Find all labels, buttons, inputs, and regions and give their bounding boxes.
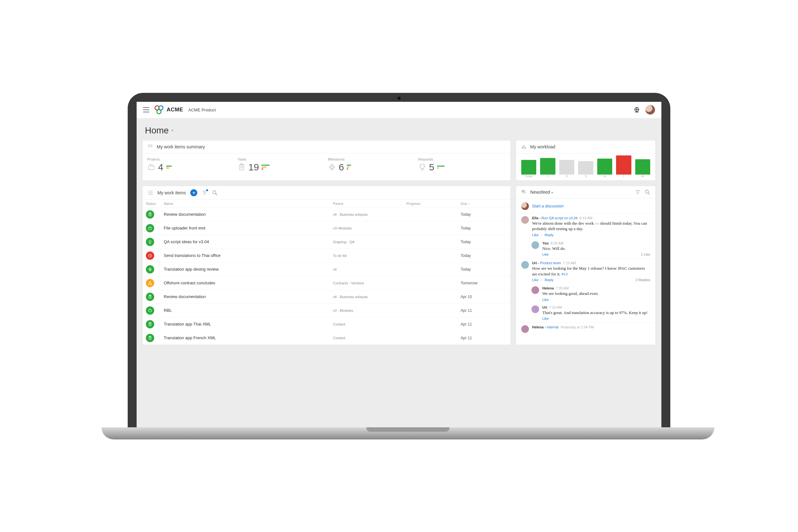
like-link[interactable]: Like: [532, 233, 538, 237]
col-name[interactable]: Name: [164, 202, 333, 206]
reply-meta: You 8:20 AM: [542, 241, 650, 245]
post-context-link[interactable]: Run QA script on v3.04: [542, 216, 577, 220]
post-avatar[interactable]: [521, 325, 529, 333]
workitem-due: Today: [461, 226, 505, 230]
reply-avatar[interactable]: [531, 241, 539, 249]
workitem-row[interactable]: Translation app French XML Content Apr 1…: [143, 331, 510, 345]
workitem-row[interactable]: File uploader front end v3»Modules Today: [143, 221, 510, 235]
workload-day-label: F: [540, 175, 555, 178]
post-avatar[interactable]: [521, 261, 529, 269]
reply-avatar[interactable]: [531, 286, 539, 294]
svg-rect-10: [522, 147, 523, 149]
summary-value: 4: [158, 162, 164, 173]
svg-rect-1: [148, 145, 149, 146]
workitem-name: Send translations to Thai office: [164, 253, 333, 258]
workitem-row[interactable]: Send translations to Thai office To do l…: [143, 249, 510, 262]
workload-bar: [616, 155, 631, 175]
logo-mark-icon: [154, 105, 164, 114]
status-icon: [146, 251, 154, 260]
reply-link[interactable]: Reply: [545, 233, 553, 237]
reply-text: Nice. Will do.: [542, 246, 650, 251]
like-link[interactable]: Like: [542, 252, 549, 256]
svg-rect-3: [151, 145, 152, 146]
status-icon: [146, 210, 154, 218]
add-workitem-button[interactable]: +: [190, 189, 197, 196]
workitems-title: My work items: [157, 190, 186, 195]
workitem-name: Translation app French XML: [164, 336, 333, 340]
notifications-icon[interactable]: [633, 106, 640, 113]
post-text: We're almost done with the dev work — sh…: [532, 221, 650, 232]
chevron-down-icon: ▾: [551, 191, 553, 194]
col-due[interactable]: Due ↓: [461, 202, 505, 206]
summary-item-milestones[interactable]: Milestones 6: [328, 157, 416, 173]
search-icon[interactable]: [212, 190, 218, 196]
status-icon: [146, 265, 154, 273]
like-link[interactable]: Like: [542, 317, 549, 320]
workitem-due: Apr 11: [461, 308, 505, 313]
like-link[interactable]: Like: [542, 298, 549, 302]
workitem-row[interactable]: RBL v3 › Modules Apr 11: [143, 304, 510, 317]
summary-bars: [347, 165, 351, 169]
post-context-link[interactable]: Product team: [540, 261, 561, 265]
user-avatar[interactable]: [645, 105, 655, 115]
app-screen: ACME ACME Product Home ▾ My work items s…: [137, 102, 661, 427]
summary-item-tasks[interactable]: Tasks 19: [238, 157, 325, 173]
workitems-table-head: Status Name Parent Progress Due ↓: [143, 200, 510, 207]
page-title-dropdown[interactable]: Home ▾: [145, 126, 173, 136]
workitem-row[interactable]: Translation app Thai XML Content Apr 11: [143, 317, 510, 331]
col-status[interactable]: Status: [146, 202, 164, 206]
svg-rect-12: [525, 147, 526, 149]
col-parent[interactable]: Parent: [333, 202, 406, 206]
newsfeed-title[interactable]: Newsfeed ▾: [530, 190, 553, 195]
status-icon: [146, 306, 154, 315]
logo[interactable]: ACME: [154, 105, 183, 114]
col-progress[interactable]: Progress: [406, 202, 461, 206]
newsfeed-post: Helena › Internal Yesterday at 2:34 PM: [516, 322, 655, 336]
status-icon: [146, 293, 154, 301]
workitem-name: Translation app desing review: [164, 267, 333, 271]
svg-rect-14: [149, 191, 153, 191]
start-discussion-link[interactable]: Start a discussion: [532, 204, 564, 208]
workload-bar: [635, 159, 650, 175]
like-link[interactable]: Like: [532, 278, 538, 282]
post-avatar[interactable]: [521, 216, 529, 224]
newsfeed-reply: Helena 7:20 AM We are looking good, ahea…: [516, 284, 655, 304]
workitem-name: Review documentation: [164, 212, 333, 217]
reply-avatar[interactable]: [531, 305, 539, 313]
menu-icon[interactable]: [143, 107, 149, 112]
summary-item-projects[interactable]: Projects 4: [147, 157, 235, 173]
summary-item-requests[interactable]: Requests 5: [418, 157, 506, 173]
svg-rect-16: [149, 192, 153, 193]
filter-icon[interactable]: [202, 190, 208, 196]
newsfeed-reply: You 8:20 AM Nice. Will do. Like1 Like: [516, 239, 655, 259]
workitem-row[interactable]: Review documentation v4 › Business anlay…: [143, 207, 510, 221]
reply-link[interactable]: Reply: [545, 278, 553, 282]
svg-rect-22: [148, 227, 151, 229]
newsfeed-search-icon[interactable]: [644, 189, 650, 195]
newsfeed-filter-icon[interactable]: [635, 189, 641, 195]
summary-bars: [166, 166, 172, 169]
workitem-row[interactable]: Review documentation v4 › Business anlay…: [143, 290, 510, 304]
chat-icon: [521, 190, 526, 195]
workload-bar: [578, 161, 593, 175]
start-discussion[interactable]: Start a discussion: [516, 200, 655, 213]
workitem-name: Translation app Thai XML: [164, 322, 333, 326]
workitem-row[interactable]: Offshore contract concludes Contracts › …: [143, 276, 510, 290]
summary-card: My work items summary Projects 4 Tasks 1…: [142, 140, 511, 180]
post-text: How are we looking for the May 1 release…: [532, 266, 650, 277]
svg-rect-2: [150, 145, 151, 146]
reply-text: That's great. And translation accuracy i…: [542, 310, 650, 316]
summary-value: 19: [248, 162, 259, 173]
workitem-row[interactable]: QA script ideas for v3.04 Ongoing › QA T…: [143, 235, 510, 249]
reply-meta: Helena 7:20 AM: [542, 286, 650, 290]
newsfeed-card: Newsfeed ▾ Start a discussion: [516, 186, 656, 345]
workitem-row[interactable]: Translation app desing review v4 Today: [143, 262, 510, 276]
workitems-card: My work items + Status Name Parent Progr…: [142, 186, 511, 345]
workitem-name: RBL: [164, 308, 333, 313]
reply-meta: Uri 7:15 AM: [542, 305, 650, 309]
chevron-down-icon: ▾: [171, 128, 173, 132]
svg-rect-26: [148, 309, 151, 311]
post-context-link[interactable]: Internal: [547, 325, 558, 329]
workload-bar: [521, 160, 536, 175]
svg-rect-18: [149, 194, 153, 195]
